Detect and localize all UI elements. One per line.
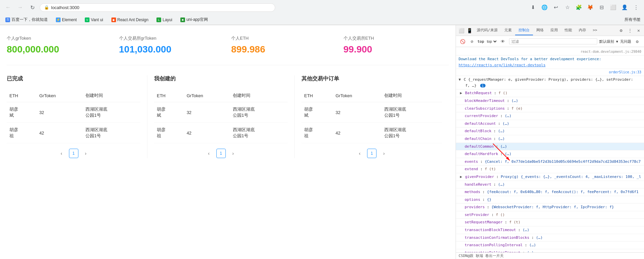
- stat-exchange-grtoken-value: 101,030.000: [119, 44, 225, 55]
- page-1-btn-2[interactable]: 1: [367, 149, 377, 158]
- extensions-icon[interactable]: 🧩: [574, 3, 583, 12]
- page-1-btn-0[interactable]: 1: [69, 149, 78, 158]
- maximize-icon[interactable]: ⬜: [608, 3, 618, 12]
- tab-network[interactable]: 网络: [533, 26, 547, 35]
- tab-memory[interactable]: 内存: [575, 26, 589, 35]
- info-badge: i: [480, 84, 486, 87]
- page-1-btn-1[interactable]: 1: [216, 149, 226, 158]
- cell-name-2-1: 胡彦祖: [301, 123, 333, 143]
- settings-console-icon[interactable]: ⚙: [633, 37, 641, 45]
- address-bar[interactable]: 🔒 localhost:3000: [40, 3, 275, 12]
- sideload-icon[interactable]: ⊟: [597, 3, 606, 12]
- cell-name-0-0: 胡彦斌: [7, 102, 37, 123]
- stat-exchange-eth-value: 99.900: [344, 44, 449, 55]
- table-row: 胡彦祖 42 西湖区湖底公园1号: [7, 123, 140, 143]
- next-page-btn-1[interactable]: ›: [228, 149, 238, 158]
- cell-name-1-1: 胡彦祖: [154, 123, 184, 143]
- browser-actions: ⬇ 🌐 ↩ ☆ 🧩 🦊 ⊟ ⬜ 👤 ⋮: [528, 3, 641, 12]
- tab-elements[interactable]: 元素: [501, 26, 515, 35]
- col-eth-0: ETH: [7, 89, 37, 102]
- prev-page-btn-2[interactable]: ‹: [355, 149, 364, 158]
- expand-icon-obj[interactable]: ▼: [459, 77, 461, 82]
- console-prop-providers: providers : {WebsocketProvider: f, HttpP…: [456, 204, 644, 211]
- console-prop-defaultchain: defaultChain : (…): [456, 135, 644, 143]
- puzzle-icon[interactable]: 🦊: [585, 3, 595, 12]
- stat-personal-eth-label: 个人ETH: [231, 35, 337, 41]
- react-devtools-link[interactable]: https://reactjs.org/link/react-devtools: [459, 63, 545, 67]
- tab-sources[interactable]: 源代码/来源: [473, 26, 501, 35]
- stat-exchange-grtoken: 个人交易所grToken 101,030.000: [119, 32, 225, 58]
- filter-icon[interactable]: ⊘: [468, 37, 476, 45]
- reload-button[interactable]: ↻: [28, 3, 37, 12]
- console-prop-currentprovider: currentProvider : (…): [456, 112, 644, 120]
- cell-name-1-0: 胡彦斌: [154, 102, 184, 123]
- col-grtoken-2: GrToken: [333, 89, 382, 102]
- pagination-2: ‹ 1 ›: [301, 149, 442, 158]
- table-row: 胡彦祖 42 西湖区湖底公园1号: [154, 123, 288, 143]
- cell-time-1-1: 西湖区湖底公园1号: [230, 123, 288, 143]
- bookmark-vant[interactable]: V Vant ui: [83, 17, 105, 23]
- eye-icon[interactable]: 👁: [499, 37, 507, 45]
- console-prop-txpollingtimeout: transactionPollingTimeout : (…): [456, 249, 644, 252]
- expand-arrow-gp[interactable]: ▶: [460, 175, 462, 179]
- tab-performance[interactable]: 性能: [561, 26, 575, 35]
- console-prop-handlerevert: handleRevert : (…): [456, 181, 644, 189]
- stat-personal-grtoken-label: 个人grToken: [7, 35, 112, 41]
- download-icon[interactable]: ⬇: [528, 3, 538, 12]
- pagination-1: ‹ 1 ›: [154, 149, 288, 158]
- devtools-tabs: ⬜ 📱 源代码/来源 元素 控制台 网络 应用 性能 内存 >> ⚙ ⋮ ✕: [456, 25, 644, 36]
- orders-section: 已完成 ETH GrToken 创建时间 胡彦斌 32 西湖区湖底公园: [7, 75, 449, 158]
- console-prop-extend: extend : f (t): [456, 165, 644, 173]
- bookmark-react-ant[interactable]: ◆ React Ant Design: [109, 17, 151, 23]
- order-panel-completed-title: 已完成: [7, 75, 140, 82]
- tab-console[interactable]: 控制台: [515, 26, 533, 35]
- clear-console-icon[interactable]: 🚫: [459, 37, 467, 45]
- console-prop-batch: ▶ BatchRequest : f (): [456, 89, 644, 97]
- layui-label: Layui: [163, 17, 172, 22]
- cell-num-0-1: 42: [37, 123, 83, 143]
- tab-more[interactable]: >>: [589, 26, 601, 35]
- tab-application[interactable]: 应用: [547, 26, 561, 35]
- prev-page-btn-0[interactable]: ‹: [57, 149, 66, 158]
- order-table-others: ETH GrToken 创建时间 胡彦斌 32 西湖区湖底公园1号 胡彦祖: [301, 89, 442, 143]
- stat-personal-eth-value: 899.986: [231, 44, 337, 55]
- console-prop-txblocktimeout: transactionBlockTimeout : (…): [456, 226, 644, 234]
- bookmark-baidu[interactable]: 百 百度一下，你就知道: [3, 16, 50, 23]
- element-favicon: ⚡: [56, 17, 61, 22]
- bookmark-element[interactable]: ⚡ Element: [54, 17, 79, 23]
- next-page-btn-0[interactable]: ›: [81, 149, 91, 158]
- console-prop-txconfirmblocks: transactionConfirmationBlocks : (…): [456, 234, 644, 242]
- url-input[interactable]: localhost:3000: [51, 5, 271, 10]
- translate-icon[interactable]: 🌐: [540, 3, 549, 12]
- devtools-mobile-icon[interactable]: 📱: [465, 27, 473, 35]
- prev-page-btn-1[interactable]: ‹: [204, 149, 214, 158]
- save-icon[interactable]: ↩: [551, 3, 561, 12]
- toolbar-left: 🚫 ⊘ top top 👁: [459, 37, 507, 45]
- profile-icon[interactable]: 👤: [620, 3, 629, 12]
- bookmark-layui[interactable]: L Layui: [154, 17, 174, 23]
- expand-arrow[interactable]: ▶: [460, 91, 462, 95]
- vant-label: Vant ui: [91, 17, 103, 22]
- order-panel-mine-title: 我创建的: [154, 75, 288, 82]
- console-prop-defaulthardfork: defaultHardfork : (…): [456, 150, 644, 158]
- menu-icon[interactable]: ⋮: [631, 3, 641, 12]
- filter-input[interactable]: [509, 38, 597, 44]
- element-label: Element: [62, 17, 77, 22]
- layui-favicon: L: [156, 17, 161, 22]
- console-prop-defaultblock: defaultBlock : (…): [456, 127, 644, 135]
- back-button[interactable]: ←: [3, 3, 13, 12]
- top-select[interactable]: top: [486, 39, 498, 44]
- bookmark-uniapp[interactable]: ■ uni-app官网: [178, 16, 210, 23]
- settings-icon[interactable]: ⚙: [617, 27, 625, 35]
- order-panel-others: 其他交易中订单 ETH GrToken 创建时间 胡彦斌 32 西湖区: [301, 75, 449, 158]
- next-page-btn-2[interactable]: ›: [379, 149, 389, 158]
- table-row: 胡彦斌 32 西湖区湖底公园1号: [301, 102, 442, 123]
- devtools-more-icon[interactable]: ⋮: [626, 27, 634, 35]
- all-bookmarks[interactable]: 所有书签: [624, 17, 641, 23]
- console-entry-file: orderSlice.js:33: [456, 69, 644, 76]
- stat-personal-eth: 个人ETH 899.986: [231, 32, 337, 58]
- devtools-inspect-icon[interactable]: ⬜: [457, 27, 465, 35]
- close-devtools-icon[interactable]: ✕: [635, 27, 643, 35]
- forward-button[interactable]: →: [15, 3, 25, 12]
- bookmark-icon[interactable]: ☆: [563, 3, 572, 12]
